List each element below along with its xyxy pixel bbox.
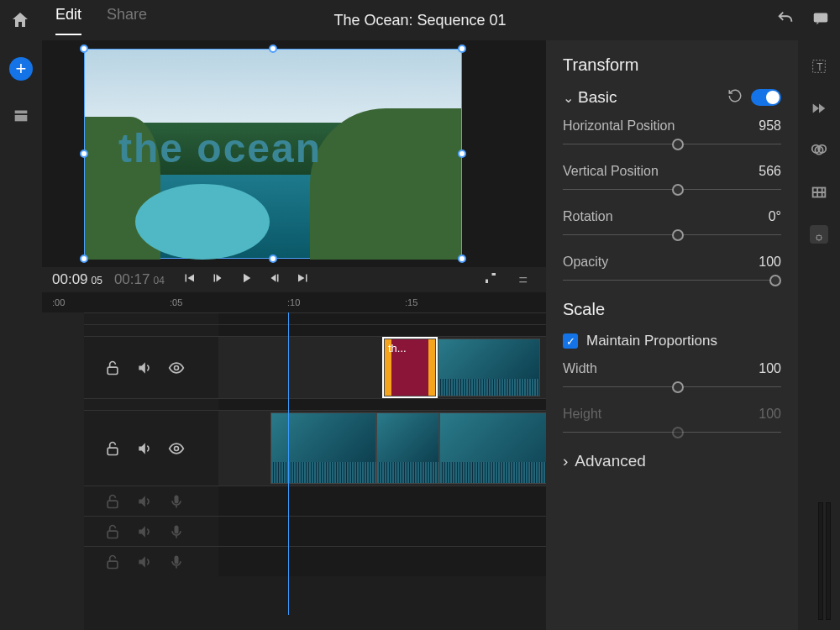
- mic-icon[interactable]: [168, 523, 185, 540]
- current-timecode[interactable]: 00:0905: [52, 271, 102, 288]
- left-toolbar: +: [0, 40, 42, 630]
- lock-icon[interactable]: [104, 493, 121, 510]
- track-v2: th...: [84, 336, 546, 398]
- transform-icon[interactable]: [810, 225, 828, 244]
- undo-icon[interactable]: [776, 9, 795, 31]
- video-clip[interactable]: [438, 339, 540, 396]
- hpos-label: Horizontal Position: [563, 118, 675, 134]
- resize-handle[interactable]: [80, 45, 88, 53]
- home-icon[interactable]: [10, 10, 30, 30]
- basic-section-header[interactable]: ⌄ Basic: [563, 88, 781, 107]
- opacity-slider[interactable]: [563, 275, 781, 286]
- project-title: The Ocean: Sequence 01: [333, 12, 506, 29]
- track-a2: [84, 516, 546, 546]
- opacity-value[interactable]: 100: [759, 255, 781, 270]
- timeline[interactable]: th...: [84, 312, 546, 630]
- fullscreen-icon[interactable]: [483, 270, 498, 289]
- panel-title: Transform: [563, 55, 781, 75]
- playhead[interactable]: [288, 312, 289, 615]
- time-ruler[interactable]: :00 :05 :10 :15: [42, 292, 546, 312]
- width-value[interactable]: 100: [759, 361, 781, 376]
- resize-handle[interactable]: [458, 45, 466, 53]
- mic-icon[interactable]: [168, 493, 185, 510]
- svg-rect-30: [817, 236, 822, 240]
- speaker-icon[interactable]: [136, 360, 153, 376]
- speaker-icon[interactable]: [136, 554, 153, 570]
- speed-icon[interactable]: [810, 99, 828, 118]
- video-clip[interactable]: [376, 412, 439, 484]
- project-panel-icon[interactable]: [12, 106, 30, 124]
- eye-icon[interactable]: [168, 360, 185, 376]
- svg-rect-0: [814, 13, 828, 23]
- text-overlay[interactable]: the ocean: [118, 125, 322, 171]
- hpos-value[interactable]: 958: [759, 118, 781, 134]
- chevron-down-icon: ⌄: [563, 90, 573, 106]
- mic-icon[interactable]: [168, 554, 185, 570]
- resize-handle[interactable]: [269, 255, 277, 263]
- timeline-tools: +: [42, 312, 84, 630]
- resize-handle[interactable]: [80, 255, 88, 263]
- goto-end-icon[interactable]: [296, 270, 311, 289]
- transport-bar: 00:0905 00:1704 =: [42, 267, 546, 292]
- resize-handle[interactable]: [269, 45, 277, 53]
- height-value: 100: [759, 407, 781, 422]
- rotation-label: Rotation: [563, 209, 613, 224]
- total-timecode: 00:1704: [114, 271, 165, 288]
- transform-panel: Transform ⌄ Basic Horizontal Position958…: [546, 40, 798, 630]
- svg-rect-14: [108, 367, 118, 374]
- video-clip[interactable]: [439, 412, 546, 484]
- svg-rect-20: [108, 531, 118, 538]
- video-preview[interactable]: the ocean: [84, 49, 462, 259]
- lock-icon[interactable]: [104, 523, 121, 540]
- tab-edit[interactable]: Edit: [55, 6, 81, 35]
- basic-toggle[interactable]: [751, 89, 781, 106]
- reset-icon[interactable]: [727, 88, 743, 107]
- maintain-proportions-label: Maintain Proportions: [586, 333, 717, 349]
- track-v1: [84, 410, 546, 486]
- svg-rect-1: [15, 111, 28, 114]
- maintain-proportions-checkbox[interactable]: ✓: [563, 333, 578, 349]
- video-clip[interactable]: [270, 412, 376, 484]
- resize-handle[interactable]: [80, 150, 88, 158]
- hpos-slider[interactable]: [563, 139, 781, 150]
- tab-share[interactable]: Share: [107, 6, 147, 35]
- height-slider: [563, 427, 781, 438]
- opacity-label: Opacity: [563, 255, 608, 270]
- height-label: Height: [563, 407, 601, 422]
- rotation-value[interactable]: 0°: [769, 209, 781, 224]
- chevron-right-icon: ›: [563, 452, 568, 470]
- resize-handle[interactable]: [458, 255, 466, 263]
- preview-area: the ocean: [42, 40, 546, 267]
- svg-text:T: T: [816, 61, 822, 73]
- color-icon[interactable]: [810, 141, 828, 160]
- vpos-value[interactable]: 566: [759, 164, 781, 179]
- track-a3: [84, 546, 546, 576]
- unlock-icon[interactable]: [104, 360, 121, 376]
- goto-start-icon[interactable]: [181, 270, 197, 289]
- lock-icon[interactable]: [104, 554, 121, 570]
- svg-rect-2: [15, 115, 28, 121]
- step-back-icon[interactable]: [210, 270, 225, 289]
- svg-rect-23: [175, 555, 179, 564]
- top-bar: Edit Share The Ocean: Sequence 01: [0, 0, 840, 40]
- timeline-options-icon[interactable]: =: [510, 271, 536, 289]
- svg-rect-18: [108, 501, 118, 507]
- speaker-icon[interactable]: [136, 493, 153, 510]
- speaker-icon[interactable]: [136, 440, 153, 457]
- unlock-icon[interactable]: [104, 440, 121, 457]
- step-forward-icon[interactable]: [267, 270, 282, 289]
- text-tool-icon[interactable]: T: [810, 57, 828, 76]
- add-button[interactable]: +: [9, 57, 33, 81]
- rotation-slider[interactable]: [563, 229, 781, 241]
- play-icon[interactable]: [239, 270, 254, 289]
- vpos-slider[interactable]: [563, 184, 781, 196]
- title-clip[interactable]: th...: [384, 339, 436, 396]
- eye-icon[interactable]: [168, 440, 185, 457]
- speaker-icon[interactable]: [136, 523, 153, 540]
- audio-icon[interactable]: [810, 183, 828, 202]
- advanced-section-header[interactable]: › Advanced: [563, 452, 781, 470]
- resize-handle[interactable]: [458, 150, 466, 158]
- comment-icon[interactable]: [811, 9, 830, 31]
- width-slider[interactable]: [563, 381, 781, 393]
- mode-tabs: Edit Share: [55, 6, 147, 35]
